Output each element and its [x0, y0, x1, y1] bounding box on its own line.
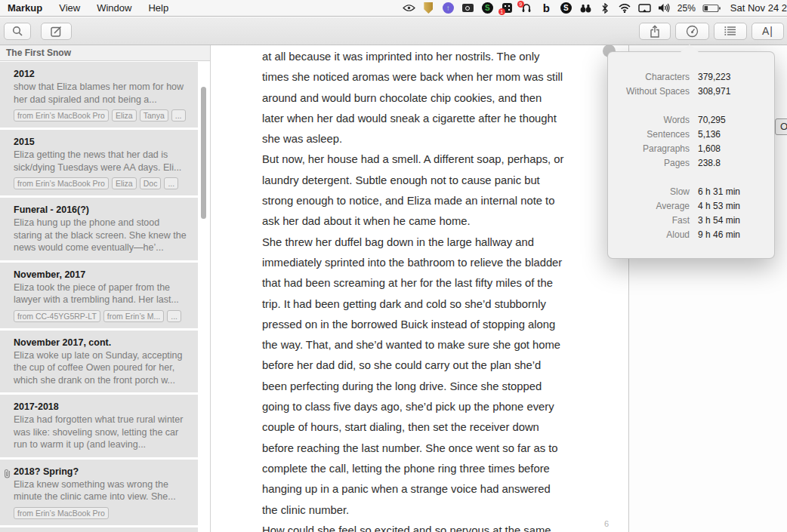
page-number-marker: 6: [604, 519, 609, 528]
menu-view[interactable]: View: [51, 0, 88, 17]
battery-percent: 25%: [677, 3, 696, 14]
tag-chip: Eliza: [112, 109, 137, 121]
list-button[interactable]: [714, 23, 747, 40]
menu-help[interactable]: Help: [140, 0, 177, 17]
stat-label: Fast: [608, 214, 690, 228]
list-icon: [724, 26, 736, 36]
editor-paragraph: But now, her house had a smell. A differ…: [262, 149, 565, 232]
stat-label: Average: [608, 199, 690, 214]
list-item[interactable]: 2012 show that Eliza blames her mom for …: [0, 62, 198, 128]
list-item[interactable]: November, 2017 Eliza took the piece of p…: [0, 263, 198, 328]
sheet-tags: from CC-45YG5RP-LT from Erin’s M... ...: [14, 310, 190, 322]
sheet-preview: Eliza took the piece of paper from the l…: [14, 281, 190, 306]
shield-icon[interactable]: [422, 2, 435, 14]
tag-chip: Eliza: [112, 177, 137, 189]
stats-group-reading-times: Slow6 h 31 min Average4 h 53 min Fast3 h…: [608, 185, 774, 242]
editor-paragraph: at all because it was imprinted into her…: [262, 47, 565, 149]
keyword-chip[interactable]: Ov: [775, 118, 787, 135]
stat-value: 379,223: [698, 70, 730, 85]
editor-paragraph: She threw her duffel bag down in the lar…: [262, 232, 565, 521]
list-item[interactable]: 2015 Eliza getting the news that her dad…: [0, 130, 198, 195]
sheet-preview: Eliza woke up late on Sunday, accepting …: [14, 349, 190, 387]
sheet-title: 2018? Spring?: [14, 466, 190, 477]
paperclip-icon: [3, 468, 11, 481]
typography-icon: A|: [762, 25, 773, 37]
app-window: Markup View Window Help ↑ S 1: [0, 0, 787, 532]
headset-icon[interactable]: 9: [520, 2, 533, 14]
sheet-title: November 2017, cont.: [14, 337, 190, 348]
sheet-preview: show that Eliza blames her mom for how h…: [14, 81, 190, 106]
skype-icon[interactable]: S: [560, 2, 573, 14]
share-button[interactable]: [639, 23, 671, 40]
sheet-tags: from Erin’s MacBook Pro Eliza Doc ...: [14, 177, 190, 189]
tag-overflow-chip: ...: [167, 310, 181, 322]
list-item[interactable]: Funeral - 2016(?) Eliza hung up the phon…: [0, 198, 198, 260]
tag-chip: from Erin’s MacBook Pro: [14, 109, 109, 121]
display-mirroring-icon[interactable]: [638, 2, 651, 14]
list-item[interactable]: 2017-2018 Eliza had forgotten what true …: [0, 395, 198, 457]
sheet-title: 2012: [14, 69, 190, 79]
stat-value: 5,136: [698, 128, 721, 142]
statistics-button[interactable]: [675, 23, 709, 40]
sheet-preview: Eliza knew something was wrong the minut…: [14, 478, 190, 503]
stat-label: Characters: [608, 70, 690, 85]
stat-value: 3 h 54 min: [698, 214, 740, 228]
menu-window[interactable]: Window: [88, 0, 140, 17]
battery-icon[interactable]: [702, 2, 721, 14]
tag-chip: Tanya: [140, 109, 168, 121]
stats-group-characters: Characters379,223 Without Spaces308,971: [608, 70, 774, 99]
sheet-list-title: The First Snow: [0, 45, 210, 61]
sheet-preview: Eliza had forgotten what true rural wint…: [14, 414, 190, 451]
search-icon: [12, 26, 23, 36]
popover-arrow: [681, 45, 699, 52]
tag-chip: from Erin’s MacBook Pro: [14, 177, 109, 189]
toolbar: A|: [0, 17, 787, 45]
eye-icon[interactable]: [403, 2, 415, 14]
statistics-popover: Characters379,223 Without Spaces308,971 …: [607, 51, 775, 259]
tag-chip: Doc: [140, 177, 162, 189]
stat-label: Pages: [608, 156, 690, 171]
sheet-tags: from Erin’s MacBook Pro: [14, 507, 190, 519]
up-circle-icon[interactable]: ↑: [442, 2, 455, 14]
list-item[interactable]: November 2017, cont. Eliza woke up late …: [0, 331, 198, 393]
bear-icon[interactable]: b: [540, 2, 553, 14]
editor-pane[interactable]: at all because it was imprinted into her…: [211, 45, 628, 532]
sheet-title: Funeral - 2016(?): [14, 204, 190, 215]
tag-overflow-chip: ...: [171, 109, 186, 121]
sidebar-scrollbar[interactable]: [201, 87, 206, 219]
dice-icon[interactable]: 1: [501, 2, 514, 14]
sheet-preview: Eliza getting the news that her dad is s…: [14, 149, 190, 174]
s-curve-icon[interactable]: S: [481, 2, 494, 14]
editor-text: at all because it was imprinted into her…: [262, 45, 565, 532]
menu-bar-clock[interactable]: Sat Nov 24 2: [728, 2, 787, 14]
tag-overflow-chip: ...: [164, 177, 178, 189]
sheet-title: 2017-2018: [14, 401, 190, 412]
bluetooth-icon[interactable]: [599, 2, 612, 14]
stat-value: 4 h 53 min: [698, 199, 740, 214]
sheet-preview: Eliza hung up the phone and stood starin…: [14, 217, 190, 254]
camera-icon[interactable]: [461, 2, 474, 14]
binoculars-icon[interactable]: [579, 2, 592, 14]
stat-label: Without Spaces: [608, 85, 690, 99]
statistics-gauge-icon: [686, 25, 699, 38]
typography-button[interactable]: A|: [752, 23, 784, 40]
status-bar: ↑ S 1 9 b S: [403, 2, 787, 14]
stat-label: Sentences: [608, 128, 690, 142]
stat-label: Aloud: [608, 228, 690, 242]
volume-icon[interactable]: [658, 2, 671, 14]
sheet-title: 2015: [14, 137, 190, 147]
compose-button[interactable]: [41, 23, 72, 40]
menu-bar: Markup View Window Help ↑ S 1: [0, 0, 787, 17]
wifi-icon[interactable]: [619, 2, 631, 14]
stat-value: 308,971: [698, 85, 730, 99]
search-button[interactable]: [4, 23, 31, 40]
stat-value: 1,608: [698, 142, 721, 156]
menu-markup[interactable]: Markup: [0, 0, 51, 17]
share-icon: [650, 25, 660, 38]
stat-label: Words: [608, 113, 690, 128]
sheet-list: 2012 show that Eliza blames her mom for …: [0, 62, 198, 532]
sheet-tags: from Erin’s MacBook Pro Eliza Tanya ...: [14, 109, 190, 121]
stat-value: 70,295: [698, 113, 726, 128]
list-item[interactable]: “Dammit, Eliza, I didn’t ask for you to …: [0, 527, 198, 532]
list-item[interactable]: 2018? Spring? Eliza knew something was w…: [0, 460, 198, 525]
